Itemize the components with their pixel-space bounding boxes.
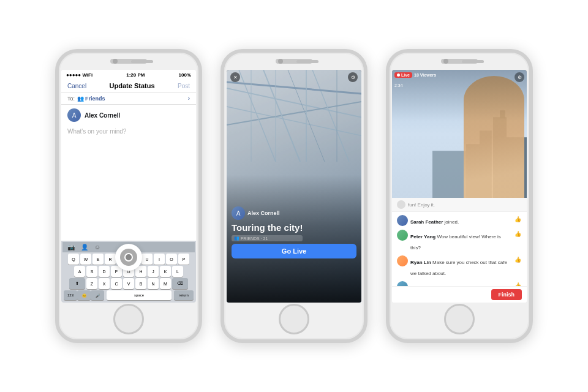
friends-icon-badge: 👥 <box>234 236 239 241</box>
comment-text-0: joined. <box>445 219 459 225</box>
friends-badge: 👥 FRIENDS · 21 <box>232 235 303 241</box>
video-overlay-3 <box>392 70 527 198</box>
friends-selector[interactable]: 👥 Friends <box>77 96 105 102</box>
key-backspace[interactable]: ⌫ <box>172 278 188 289</box>
broadcaster-row: A Alex Cornell <box>232 206 303 220</box>
svg-line-6 <box>312 70 349 162</box>
key-q[interactable]: Q <box>68 254 79 265</box>
phone-3: Live 18 Viewers 2:34 ⚙ fun! Enjoy it. Sa… <box>386 49 533 343</box>
comment-like-1[interactable]: 👍 <box>513 230 522 238</box>
to-row: To: 👥 Friends › <box>61 92 196 105</box>
live-icon <box>120 249 137 266</box>
key-v[interactable]: V <box>123 278 134 289</box>
go-live-button[interactable]: Go Live <box>232 244 356 258</box>
key-emoji[interactable]: 😊 <box>77 290 91 300</box>
status-prompt[interactable]: What's on your mind? <box>61 126 196 241</box>
smiley-icon[interactable]: ☺ <box>94 244 100 251</box>
live-button-circle[interactable] <box>115 244 142 271</box>
live-badge: Live 18 Viewers <box>394 72 436 78</box>
keyboard-toolbar-1: 📷 👤 ☺ <box>62 242 195 252</box>
key-l[interactable]: L <box>172 266 183 277</box>
comment-name-2: Ryan Lin <box>410 260 432 265</box>
key-r[interactable]: R <box>105 254 116 265</box>
live-dot <box>397 74 400 77</box>
key-d[interactable]: D <box>99 266 110 277</box>
key-shift[interactable]: ⬆ <box>69 278 85 289</box>
comment-avatar-2 <box>397 255 408 266</box>
broadcast-title: Touring the city! <box>232 222 303 233</box>
promo-avatar <box>397 200 405 209</box>
timer: 2:34 <box>394 78 403 89</box>
comments-section: fun! Enjoy it. Sarah Feather joined. 👍 P… <box>392 198 527 303</box>
person-icon[interactable]: 👤 <box>81 244 88 251</box>
live-label-badge: Live <box>394 72 412 78</box>
settings-button-3[interactable]: ⚙ <box>514 72 524 82</box>
timer-text: 2:34 <box>394 83 403 88</box>
camera-icon[interactable]: 📷 <box>67 244 75 251</box>
key-u[interactable]: U <box>141 254 153 265</box>
key-p[interactable]: P <box>178 254 189 265</box>
key-mic[interactable]: 🎤 <box>91 290 104 300</box>
broadcast-info: A Alex Cornell Touring the city! 👥 FRIEN… <box>232 206 303 241</box>
to-label: To: <box>67 96 75 102</box>
keyboard-row-3: ⬆ Z X C V B N M ⌫ <box>62 278 195 289</box>
user-name-1: Alex Cornell <box>85 112 120 119</box>
comment-avatar-3 <box>397 281 408 286</box>
promo-text: fun! Enjoy it. <box>408 202 435 208</box>
page-title-1: Update Status <box>110 82 155 89</box>
promo-bar: fun! Enjoy it. <box>392 198 527 212</box>
keyboard-1: 📷 👤 ☺ Q W E R T Y U I O P <box>61 241 196 303</box>
comment-name-0: Sarah Feather <box>410 219 445 225</box>
battery-1: 100% <box>179 72 191 78</box>
comment-body-3: Shirley Ip Have fun! Love it there. <box>410 281 511 286</box>
status-bar-1: ●●●●● WiFi 1:20 PM 100% <box>61 70 196 80</box>
user-row-1: A Alex Cornell <box>61 105 196 126</box>
key-x[interactable]: X <box>99 278 110 289</box>
key-123[interactable]: 123 <box>64 290 77 300</box>
top-bar-2: ✕ ⚙ <box>230 72 358 82</box>
key-e[interactable]: E <box>92 254 104 265</box>
comment-body-0: Sarah Feather joined. <box>410 215 511 226</box>
comment-avatar-0 <box>397 215 408 226</box>
comment-body-2: Ryan Lin Make sure you check out that ca… <box>410 255 511 277</box>
key-i[interactable]: I <box>154 254 165 265</box>
key-z[interactable]: Z <box>86 278 97 289</box>
key-s[interactable]: S <box>86 266 97 277</box>
comment-item-2: Ryan Lin Make sure you check out that ca… <box>392 254 527 279</box>
key-j[interactable]: J <box>148 266 159 277</box>
comment-list: Sarah Feather joined. 👍 Peter Yang Wow b… <box>392 212 527 286</box>
key-a[interactable]: A <box>74 266 85 277</box>
comment-name-1: Peter Yang <box>410 234 437 239</box>
friends-label: Friends <box>85 96 105 102</box>
phone-1: ●●●●● WiFi 1:20 PM 100% Cancel Update St… <box>55 49 202 343</box>
close-button[interactable]: ✕ <box>230 72 240 82</box>
keyboard-bottom-row: 123 😊 🎤 space return <box>62 290 195 300</box>
cancel-button[interactable]: Cancel <box>67 83 86 89</box>
comment-like-3[interactable]: 👍 <box>513 281 522 286</box>
finish-bar: Finish <box>392 286 527 303</box>
key-o[interactable]: O <box>166 254 177 265</box>
broadcaster-avatar: A <box>232 206 245 220</box>
phone-2: ✕ ⚙ A Alex Cornell Touring the city! 👥 F… <box>221 49 368 343</box>
key-k[interactable]: K <box>160 266 171 277</box>
settings-button-2[interactable]: ⚙ <box>348 72 358 82</box>
avatar-1: A <box>67 108 81 122</box>
key-m[interactable]: M <box>160 278 171 289</box>
comment-item-3: Shirley Ip Have fun! Love it there. 👍 <box>392 279 527 286</box>
live-text: Live <box>401 73 410 77</box>
key-b[interactable]: B <box>135 278 146 289</box>
key-c[interactable]: C <box>111 278 122 289</box>
comment-item-0: Sarah Feather joined. 👍 <box>392 213 527 228</box>
comment-like-2[interactable]: 👍 <box>513 255 522 264</box>
finish-button[interactable]: Finish <box>491 289 522 300</box>
key-w[interactable]: W <box>80 254 91 265</box>
key-return[interactable]: return <box>174 290 194 300</box>
post-button[interactable]: Post <box>178 83 190 89</box>
live-video: Live 18 Viewers 2:34 ⚙ <box>392 70 527 198</box>
key-n[interactable]: N <box>148 278 159 289</box>
friends-count: FRIENDS · 21 <box>241 236 268 241</box>
key-space[interactable]: space <box>107 290 172 300</box>
viewers-count: 18 Viewers <box>414 73 436 77</box>
friends-icon: 👥 <box>77 96 84 102</box>
comment-like-0[interactable]: 👍 <box>513 215 522 224</box>
